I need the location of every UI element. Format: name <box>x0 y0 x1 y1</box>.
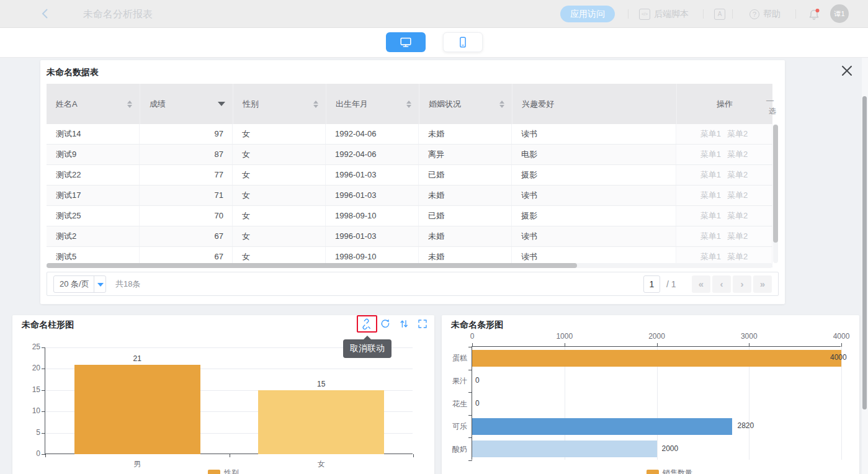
mobile-preview-button[interactable] <box>443 32 483 52</box>
chart-bar[interactable] <box>472 440 657 457</box>
fullscreen-chart-button[interactable] <box>417 318 429 330</box>
table-cell-actions: 菜单1菜单2 <box>676 186 772 205</box>
bar-value-label: 21 <box>45 354 230 363</box>
y-axis-category-label: 花生 <box>440 399 467 409</box>
column-header-3[interactable]: 出生年月 <box>326 84 419 124</box>
table-cell: 摄影 <box>512 165 676 185</box>
table-horizontal-scrollbar-thumb[interactable] <box>47 263 577 268</box>
phone-icon <box>456 35 470 49</box>
table-row: 测试987女1992-04-06离异电影菜单1菜单2 <box>47 145 772 165</box>
legend-swatch <box>647 470 659 474</box>
table-cell: 离异 <box>419 145 512 164</box>
table-cell: 未婚 <box>419 186 512 205</box>
column-header-2[interactable]: 性别 <box>233 84 326 124</box>
y-axis-tick-label: 5 <box>16 428 40 437</box>
row-action-link[interactable]: 菜单2 <box>727 226 748 246</box>
page-size-select[interactable]: 20 条/页 <box>53 275 106 293</box>
table-cell: 女 <box>233 165 326 185</box>
last-page-button[interactable]: » <box>753 275 772 293</box>
column-header-1[interactable]: 成绩 <box>140 84 233 124</box>
table-cell: 测试22 <box>47 165 140 185</box>
table-cell-actions: 菜单1菜单2 <box>676 165 772 185</box>
next-page-button[interactable]: › <box>733 275 751 293</box>
sort-icon[interactable] <box>499 101 504 108</box>
back-button[interactable] <box>40 8 51 19</box>
column-header-0[interactable]: 姓名A <box>47 84 140 124</box>
row-action-link[interactable]: 菜单1 <box>700 206 721 226</box>
first-page-button[interactable]: « <box>692 275 710 293</box>
sort-desc-active-icon[interactable] <box>218 102 225 106</box>
table-cell: 测试9 <box>47 145 140 164</box>
sort-chart-button[interactable] <box>398 318 410 330</box>
page-scrollbar-thumb[interactable] <box>862 96 867 409</box>
x-axis-tick-label: 0 <box>457 332 488 341</box>
row-action-link[interactable]: 菜单2 <box>727 124 748 144</box>
table-vertical-scrollbar-thumb[interactable] <box>773 125 778 243</box>
axis-tick <box>42 411 45 412</box>
row-action-link[interactable]: 菜单1 <box>700 124 721 144</box>
axis-tick <box>42 433 45 434</box>
table-row: 测试2277女1996-01-03已婚摄影菜单1菜单2 <box>47 165 772 186</box>
chart-bar[interactable] <box>74 365 200 454</box>
sort-icon[interactable] <box>127 101 132 108</box>
cancel-linkage-button[interactable] <box>360 318 372 330</box>
table-cell: 女 <box>233 186 326 205</box>
chevron-down-icon <box>97 283 104 287</box>
sort-icon[interactable] <box>406 101 411 108</box>
row-action-link[interactable]: 菜单1 <box>700 165 721 185</box>
column-header-5[interactable]: 兴趣爱好 <box>512 84 676 124</box>
table-cell: 1996-01-03 <box>326 226 419 246</box>
notifications-button[interactable] <box>808 0 820 28</box>
code-icon: </> <box>639 9 650 20</box>
column-header-4[interactable]: 婚姻状况 <box>419 84 512 124</box>
help-label: 帮助 <box>763 9 781 20</box>
sort-asc-arrow-icon <box>499 101 504 104</box>
row-action-link[interactable]: 菜单1 <box>700 186 721 205</box>
row-action-link[interactable]: 菜单1 <box>700 145 721 164</box>
chart-bar[interactable] <box>472 350 841 367</box>
axis-tick <box>230 454 230 457</box>
backend-script-button[interactable]: </> 后端脚本 <box>639 0 689 28</box>
help-button[interactable]: ? 帮助 <box>749 0 781 28</box>
header-divider <box>732 9 733 19</box>
bar-value-label: 0 <box>475 376 480 385</box>
total-count-label: 共18条 <box>115 272 140 296</box>
y-axis-category-label: 酸奶 <box>440 444 467 455</box>
row-action-link[interactable]: 菜单2 <box>727 165 748 185</box>
avatar[interactable]: 谭1 <box>830 4 849 23</box>
close-preview-button[interactable] <box>840 64 854 78</box>
row-action-link[interactable]: 菜单2 <box>727 206 748 226</box>
monitor-icon <box>399 35 413 49</box>
chart-bar[interactable] <box>472 418 732 435</box>
sort-desc-arrow-icon <box>127 105 132 108</box>
chart-bar[interactable] <box>258 390 384 454</box>
prev-page-button[interactable]: ‹ <box>712 275 731 293</box>
row-action-link[interactable]: 菜单2 <box>727 186 748 205</box>
column-chart-legend[interactable]: 性别 <box>208 468 239 474</box>
app-access-button[interactable]: 应用访问 <box>560 6 615 22</box>
column-header-label: 操作 <box>717 99 733 110</box>
axis-tick <box>413 454 414 457</box>
axis-tick <box>468 437 472 438</box>
form-tool-button[interactable]: A <box>714 0 725 28</box>
sort-desc-arrow-icon <box>406 105 411 108</box>
sort-icon[interactable] <box>313 101 318 108</box>
axis-tick <box>42 390 45 391</box>
row-action-link[interactable]: 菜单2 <box>727 145 748 164</box>
x-axis-category-label: 女 <box>230 459 414 470</box>
table-body: 测试1497女1992-04-06未婚读书菜单1菜单2测试987女1992-04… <box>47 124 772 267</box>
sort-desc-arrow-icon <box>313 105 318 108</box>
axis-tick <box>468 415 472 416</box>
table-cell-actions: 菜单1菜单2 <box>676 124 772 144</box>
table-header-row: 姓名A成绩性别出生年月婚姻状况兴趣爱好操作 <box>47 84 772 124</box>
page-size-value: 20 条/页 <box>60 276 89 292</box>
refresh-chart-button[interactable] <box>380 318 391 330</box>
data-table-card: 未命名数据表 姓名A成绩性别出生年月婚姻状况兴趣爱好操作 测试1497女1992… <box>40 60 785 304</box>
row-action-link[interactable]: 菜单1 <box>700 226 721 246</box>
page-number-input[interactable] <box>643 275 660 293</box>
bell-icon <box>808 7 820 21</box>
desktop-preview-button[interactable] <box>386 32 426 52</box>
bar-chart-legend[interactable]: 销售数量 <box>647 468 692 474</box>
table-cell: 1996-01-03 <box>326 165 419 185</box>
column-header-6[interactable]: 操作 <box>676 84 772 124</box>
